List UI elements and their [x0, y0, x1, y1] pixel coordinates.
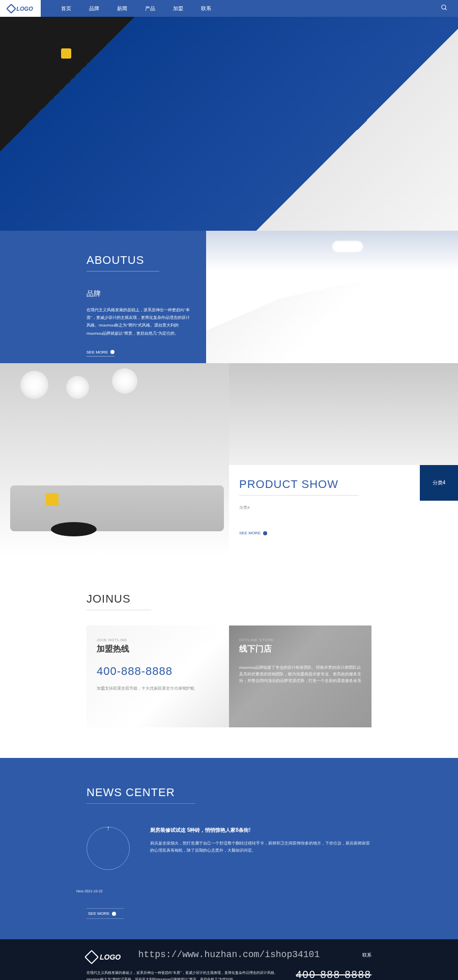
news-circle-box: ↑ New 2021-10-22 — [87, 822, 130, 893]
news-date: New 2021-10-22 — [76, 889, 130, 893]
table-decoration — [51, 522, 97, 536]
footer-logo-icon — [84, 950, 99, 964]
product-more-link[interactable]: SEE MORE — [239, 531, 410, 535]
product-right: PRODUCT SHOW 分类4 SEE MORE 分类4 — [229, 363, 458, 557]
footer-desc: 在现代主义风格发展的基础上，派系后伸出一种更趋向"本质"，更减少设计的主观表现，… — [87, 970, 280, 980]
about-section: ABOUTUS 品牌 在现代主义风格发展的基础上，派系后伸出一种更趋向"本质"，… — [0, 231, 458, 363]
footer-logo-text: LOGO — [100, 953, 121, 961]
header: LOGO 首页 品牌 新闻 产品 加盟 联系 — [0, 0, 458, 17]
sofa-decoration — [10, 485, 224, 531]
nav-contact[interactable]: 联系 — [201, 5, 211, 12]
logo-icon — [6, 4, 16, 14]
product-title: PRODUCT SHOW — [239, 478, 359, 496]
footer-logo[interactable]: LOGO — [87, 952, 280, 962]
lamp-decoration — [66, 376, 89, 399]
product-section: PRODUCT SHOW 分类4 SEE MORE 分类4 — [0, 363, 458, 557]
store-card[interactable]: OFFLINE STORE 线下门店 moumou品牌组建了专业的设计研发团队、… — [229, 625, 371, 727]
nav-brand[interactable]: 品牌 — [89, 5, 99, 12]
footer-right: 联系 400-888-8888 💬 — [296, 952, 371, 980]
news-title: NEWS CENTER — [87, 786, 195, 804]
cloud-decoration — [332, 241, 363, 252]
hotline-phone: 400-888-8888 — [97, 665, 219, 678]
nav-home[interactable]: 首页 — [61, 5, 71, 12]
product-info-text: PRODUCT SHOW 分类4 SEE MORE — [229, 465, 420, 557]
news-more-link[interactable]: SEE MORE — [87, 908, 124, 919]
news-circle-icon: ↑ — [87, 827, 130, 870]
join-title: JOINUS — [87, 592, 151, 610]
news-content: 厨房装修试试这 5种砖，悄悄惊艳人家8条街! 厨房是全家烟火，想打造属于自己一个… — [150, 822, 371, 893]
footer-top: LOGO 在现代主义风格发展的基础上，派系后伸出一种更趋向"本质"，更减少设计的… — [87, 952, 371, 980]
nav-product[interactable]: 产品 — [145, 5, 155, 12]
pillow-decoration — [61, 48, 71, 59]
hotline-small: JOIN HOTLINE — [97, 638, 219, 642]
store-label: 线下门店 — [239, 644, 361, 655]
store-desc: moumou品牌组建了专业的设计研发团队、经验丰富的设计师团队以及高科技素质的营… — [239, 665, 361, 684]
about-image — [206, 231, 458, 363]
join-section: JOINUS JOIN HOTLINE 加盟热线 400-888-8888 加盟… — [0, 557, 458, 758]
svg-line-1 — [445, 8, 447, 10]
news-item-title[interactable]: 厨房装修试试这 5种砖，悄悄惊艳人家8条街! — [150, 827, 371, 834]
about-title: ABOUTUS — [87, 254, 159, 271]
product-subtitle: 分类4 — [239, 505, 410, 510]
footer-contact-link[interactable]: 联系 — [296, 952, 371, 959]
about-subtitle: 品牌 — [87, 289, 191, 298]
news-item-text: 厨房是全家烟火，想打造属于自己一个舒适整个翻转过程转手卡，厨师和卫生间装饰弥多的… — [150, 840, 371, 855]
dot-icon — [110, 350, 114, 354]
store-small: OFFLINE STORE — [239, 638, 361, 642]
product-image-large — [0, 363, 229, 557]
about-text: 在现代主义风格发展的基础上，派系后伸出一种更趋向"本质"，更减少设计的主观表现，… — [87, 306, 191, 337]
product-info: PRODUCT SHOW 分类4 SEE MORE 分类4 — [229, 465, 458, 557]
product-image-small — [229, 363, 458, 465]
footer-phone: 400-888-8888 — [296, 969, 371, 980]
footer: https://www.huzhan.com/ishop34101 LOGO 在… — [0, 939, 458, 980]
category-badge[interactable]: 分类4 — [420, 465, 458, 501]
news-body: ↑ New 2021-10-22 厨房装修试试这 5种砖，悄悄惊艳人家8条街! … — [87, 822, 371, 893]
svg-point-0 — [442, 5, 446, 9]
roof-decoration — [206, 282, 458, 363]
about-more-link[interactable]: SEE MORE — [87, 350, 114, 357]
footer-left: LOGO 在现代主义风格发展的基础上，派系后伸出一种更趋向"本质"，更减少设计的… — [87, 952, 280, 980]
hotline-desc: 加盟支持双渠全面升级，十大优惠双渠全方位保驾护航 — [97, 686, 219, 692]
nav-news[interactable]: 新闻 — [117, 5, 127, 12]
search-icon[interactable] — [441, 4, 448, 13]
dot-icon — [263, 531, 267, 535]
news-section: NEWS CENTER ↑ New 2021-10-22 厨房装修试试这 5种砖… — [0, 758, 458, 939]
logo[interactable]: LOGO — [0, 0, 41, 17]
hotline-card[interactable]: JOIN HOTLINE 加盟热线 400-888-8888 加盟支持双渠全面升… — [87, 625, 229, 727]
arrow-up-icon: ↑ — [107, 825, 110, 832]
pillow-decoration — [46, 493, 59, 506]
lamp-decoration — [20, 371, 48, 399]
about-content: ABOUTUS 品牌 在现代主义风格发展的基础上，派系后伸出一种更趋向"本质"，… — [0, 231, 206, 363]
nav-join[interactable]: 加盟 — [173, 5, 183, 12]
dot-icon — [112, 912, 116, 916]
lamp-decoration — [112, 368, 137, 394]
hotline-label: 加盟热线 — [97, 644, 219, 655]
logo-text: LOGO — [16, 6, 33, 12]
nav: 首页 品牌 新闻 产品 加盟 联系 — [61, 5, 211, 12]
join-cards: JOIN HOTLINE 加盟热线 400-888-8888 加盟支持双渠全面升… — [87, 625, 371, 727]
